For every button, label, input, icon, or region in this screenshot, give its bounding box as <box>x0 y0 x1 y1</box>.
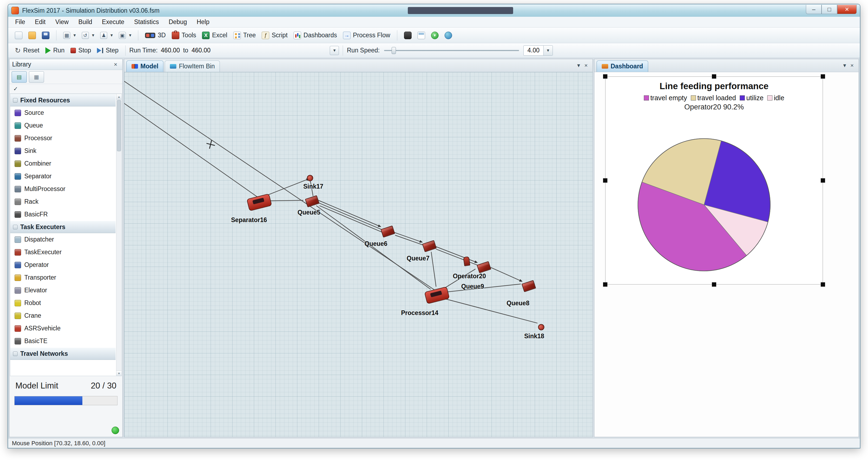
scrollbar-thumb[interactable] <box>117 100 121 151</box>
model-canvas[interactable]: Sink17Queue5Separator16Queue6Queue7Opera… <box>124 72 592 437</box>
menu-item-build[interactable]: Build <box>73 17 97 27</box>
library-section-fixed-resources[interactable]: Fixed Resources <box>10 94 116 107</box>
tab-dashboard[interactable]: Dashboard <box>596 60 648 72</box>
maximize-button[interactable]: □ <box>822 5 837 14</box>
script-button[interactable]: ƒScript <box>259 30 290 40</box>
menu-item-view[interactable]: View <box>51 17 73 27</box>
library-item-robot[interactable]: Robot <box>10 297 116 309</box>
window-layout-button[interactable] <box>414 30 428 40</box>
library-item-source[interactable]: Source <box>10 107 116 119</box>
menu-item-file[interactable]: File <box>10 17 30 27</box>
save-button[interactable] <box>39 30 52 40</box>
model-tabbar: ModelFlowItem Bin ▾ × <box>124 59 592 72</box>
online-button[interactable] <box>441 30 455 40</box>
library-tab-properties[interactable]: ▦ <box>29 71 44 83</box>
library-item-elevator[interactable]: Elevator <box>10 284 116 297</box>
model-tab-icon <box>131 64 138 69</box>
library-filter-row[interactable]: ✓ <box>9 84 122 94</box>
resize-handle[interactable] <box>821 74 825 79</box>
run-time-dropdown-button[interactable]: ▾ <box>330 46 339 55</box>
close-view-icon[interactable]: × <box>584 62 588 69</box>
library-item-rack[interactable]: Rack <box>10 195 116 208</box>
update-button[interactable]: ▾ <box>428 30 441 40</box>
library-section-task-executers[interactable]: Task Executers <box>10 221 116 233</box>
library-scrollbar[interactable]: ▴▾ <box>116 94 122 376</box>
run-time-from-value[interactable]: 460.00 <box>161 47 180 54</box>
title-bar[interactable]: FlexSim 2017 - Simulation Distribution v… <box>8 4 860 17</box>
resize-handle[interactable] <box>603 178 608 183</box>
object-label-processor14: Processor14 <box>401 309 438 317</box>
reset-button[interactable]: ↻Reset <box>12 46 42 55</box>
run-speed-value[interactable]: 4.00 <box>527 47 539 54</box>
resize-handle[interactable] <box>712 74 716 79</box>
grid-tool-dropdown[interactable]: ▦▾ <box>60 31 79 40</box>
tab-label: Model <box>141 63 158 70</box>
dashboards-button[interactable]: Dashboards <box>290 30 340 40</box>
resize-handle[interactable] <box>603 282 608 287</box>
model-tabs: ModelFlowItem Bin <box>126 60 220 72</box>
new-model-button[interactable] <box>12 30 25 40</box>
model-object-sink18[interactable] <box>538 324 545 330</box>
tab-list-dropdown-icon[interactable]: ▾ <box>577 62 580 69</box>
menu-item-help[interactable]: Help <box>192 17 214 27</box>
close-button[interactable]: × <box>837 5 857 14</box>
library-tab-objects[interactable]: ▤ <box>11 71 27 83</box>
menu-item-edit[interactable]: Edit <box>30 17 51 27</box>
resize-handle[interactable] <box>821 178 825 183</box>
pie-chart-widget[interactable]: Line feeding performance travel emptytra… <box>605 77 823 285</box>
close-view-icon[interactable]: × <box>850 62 854 69</box>
device-button[interactable] <box>401 30 414 40</box>
library-item-crane[interactable]: Crane <box>10 309 116 322</box>
step-button[interactable]: Step <box>94 46 121 55</box>
library-item-operator[interactable]: Operator <box>10 259 116 271</box>
stop-button[interactable]: Stop <box>67 46 94 55</box>
resize-handle[interactable] <box>821 282 825 287</box>
library-item-separator[interactable]: Separator <box>10 170 116 183</box>
run-speed-spinbox[interactable]: 4.00 ▾ <box>523 46 553 56</box>
library-item-basicte[interactable]: BasicTE <box>10 335 116 347</box>
library-item-label: TaskExecuter <box>24 248 62 256</box>
object-label-queue5: Queue5 <box>298 209 320 216</box>
run-time-to-value[interactable]: 460.00 <box>191 47 210 54</box>
view-3d-button[interactable]: 3D <box>142 30 168 40</box>
library-item-processor[interactable]: Processor <box>10 132 116 145</box>
menu-item-debug[interactable]: Debug <box>164 17 192 27</box>
run-speed-dropdown-button[interactable]: ▾ <box>544 46 553 55</box>
library-item-queue[interactable]: Queue <box>10 119 116 132</box>
run-speed-slider[interactable] <box>384 47 519 55</box>
excel-button[interactable]: XExcel <box>199 30 230 40</box>
slider-thumb[interactable] <box>392 47 396 54</box>
legend-swatch <box>767 95 772 100</box>
run-button[interactable]: Run <box>42 46 67 55</box>
scroll-down-icon[interactable]: ▾ <box>116 371 122 376</box>
library-item-basicfr[interactable]: BasicFR <box>10 208 116 221</box>
library-section-travel-networks[interactable]: Travel Networks <box>10 347 116 360</box>
model-object-sink17[interactable] <box>307 175 313 181</box>
library-item-multiprocessor[interactable]: MultiProcessor <box>10 183 116 195</box>
library-item-asrsvehicle[interactable]: ASRSvehicle <box>10 322 116 335</box>
tree-button[interactable]: Tree <box>230 30 259 40</box>
menu-item-statistics[interactable]: Statistics <box>129 17 164 27</box>
library-item-sink[interactable]: Sink <box>10 145 116 157</box>
scroll-up-icon[interactable]: ▴ <box>116 94 122 99</box>
menu-item-execute[interactable]: Execute <box>97 17 129 27</box>
tools-button[interactable]: Tools <box>169 30 199 40</box>
library-close-button[interactable]: × <box>112 61 120 68</box>
tab-model[interactable]: Model <box>126 60 163 72</box>
resize-handle[interactable] <box>712 282 716 287</box>
undo-tool-dropdown[interactable]: ↺▾ <box>79 31 97 40</box>
open-button[interactable] <box>25 30 39 40</box>
library-item-taskexecuter[interactable]: TaskExecuter <box>10 246 116 259</box>
library-item-icon <box>14 173 21 180</box>
library-item-transporter[interactable]: Transporter <box>10 271 116 284</box>
tab-list-dropdown-icon[interactable]: ▾ <box>843 62 846 69</box>
library-item-combiner[interactable]: Combiner <box>10 157 116 170</box>
person-tool-dropdown[interactable]: ♟▾ <box>97 31 116 40</box>
tab-flowitem-bin[interactable]: FlowItem Bin <box>165 60 220 72</box>
library-item-dispatcher[interactable]: Dispatcher <box>10 233 116 246</box>
cube-tool-dropdown[interactable]: ▣▾ <box>116 31 134 40</box>
minimize-button[interactable]: – <box>806 5 822 14</box>
process-flow-button[interactable]: →Process Flow <box>340 30 393 40</box>
connection-line <box>436 246 477 263</box>
resize-handle[interactable] <box>603 74 608 79</box>
